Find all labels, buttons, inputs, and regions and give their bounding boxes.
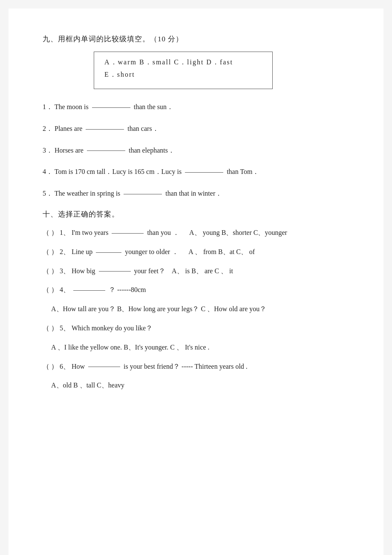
choice-options-1: A、 young B、shorter C、younger — [189, 229, 287, 236]
fill-item-4: 4． Tom is 170 cm tall．Lucy is 165 cm．Luc… — [43, 166, 349, 178]
choice-blank-6 — [88, 367, 120, 367]
choice-item5-options: A 、I like the yellow one. B、It's younger… — [51, 341, 349, 354]
word-box-row1: A．warm B．small C．light D．fast — [104, 58, 262, 67]
word-box-row2: E．short — [104, 70, 262, 79]
choice-text1-1: I'm two years — [72, 229, 108, 236]
bracket-3: （ ） — [43, 267, 58, 275]
choice-blank-2 — [96, 252, 121, 253]
choice-text2-2: younger to older ． — [125, 248, 179, 255]
fill-num-5: 5． — [43, 190, 53, 197]
fill-text1-1: The moon is — [55, 103, 89, 110]
choice-item-4: （ ） 4、 ？ ------80cm — [43, 284, 349, 296]
section10-title: 十、选择正确的答案。 — [43, 209, 349, 219]
choice-options-3: A、 is B、 are C 、 it — [172, 267, 233, 275]
section9-title: 九、用框内单词的比较级填空。（10 分） — [43, 34, 349, 44]
fill-text1-5: The weather in spring is — [55, 190, 121, 197]
choice-text1-2: Line up — [72, 248, 92, 255]
choice-item6-options: A、old B 、tall C、heavy — [51, 379, 349, 392]
bracket-4: （ ） — [43, 286, 58, 293]
fill-text2-2: than cars． — [127, 125, 159, 132]
fill-blank-2 — [86, 129, 124, 130]
fill-text2-3: than elephants． — [129, 147, 175, 154]
fill-item-5: 5． The weather in spring is than that in… — [43, 188, 349, 200]
choice-text2-1: than you ． — [147, 229, 179, 236]
bracket-1: （ ） — [43, 229, 58, 236]
fill-text1-3: Horses are — [55, 147, 84, 154]
choice-blank-1 — [112, 233, 144, 234]
choice-text2-3: your feet？ — [134, 267, 165, 275]
fill-blank-3 — [87, 150, 125, 151]
fill-text1-4: Tom is 170 cm tall．Lucy is 165 cm．Lucy i… — [55, 168, 182, 175]
choice-num-1: 1、 — [60, 229, 70, 236]
fill-text2-1: than the sun． — [134, 103, 173, 110]
choice-num-6: 6、 — [60, 363, 70, 370]
choice-text2-4: ？ ------80cm — [109, 286, 146, 293]
fill-num-4: 4． — [43, 168, 53, 175]
choice-num-2: 2、 — [60, 248, 70, 255]
bracket-5: （ ） — [43, 324, 58, 332]
choice-text-5: Which monkey do you like？ — [72, 324, 153, 332]
page: 九、用框内单词的比较级填空。（10 分） A．warm B．small C．li… — [9, 9, 383, 555]
fill-num-3: 3． — [43, 147, 53, 154]
bracket-2: （ ） — [43, 248, 58, 255]
word-box: A．warm B．small C．light D．fast E．short — [94, 52, 273, 89]
choice-num-5: 5、 — [60, 324, 70, 332]
choice-item-6: （ ） 6、 How is your best friend？ ----- Th… — [43, 361, 349, 373]
fill-item-3: 3． Horses are than elephants． — [43, 145, 349, 157]
choice-options-2: A 、 from B、at C、 of — [188, 248, 255, 255]
fill-blank-1 — [92, 107, 130, 108]
fill-blank-4 — [185, 172, 223, 173]
fill-text2-4: than Tom． — [227, 168, 259, 175]
choice-item4-options: A、How tall are you？ B、How long are your … — [51, 303, 349, 315]
choice-num-4: 4、 — [60, 286, 70, 293]
fill-item-2: 2． Planes are than cars． — [43, 123, 349, 135]
choice-item-2: （ ） 2、 Line up younger to older ． A 、 fr… — [43, 246, 349, 258]
choice-blank-3 — [99, 271, 131, 272]
fill-num-2: 2． — [43, 125, 53, 132]
fill-item-1: 1． The moon is than the sun． — [43, 101, 349, 113]
choice-item-1: （ ） 1、 I'm two years than you ． A、 young… — [43, 227, 349, 239]
choice-item-3: （ ） 3、 How big your feet？ A、 is B、 are C… — [43, 265, 349, 278]
choice-text1-6: How — [72, 363, 85, 370]
choice-blank-4 — [73, 290, 105, 291]
choice-item-5: （ ） 5、 Which monkey do you like？ — [43, 322, 349, 335]
fill-blank-5 — [124, 194, 162, 194]
bracket-6: （ ） — [43, 363, 58, 370]
choice-num-3: 3、 — [60, 267, 70, 275]
fill-text1-2: Planes are — [55, 125, 82, 132]
fill-text2-5: than that in winter． — [165, 190, 222, 197]
choice-text1-3: How big — [72, 267, 95, 275]
choice-text2-6: is your best friend？ ----- Thirteen year… — [124, 363, 248, 370]
fill-num-1: 1． — [43, 103, 53, 110]
